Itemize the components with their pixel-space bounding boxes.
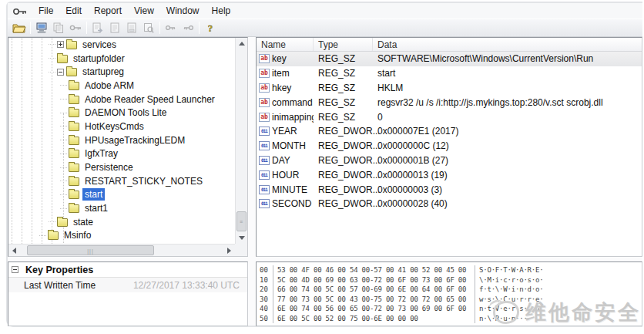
folder-icon: [69, 137, 79, 145]
hex-row: 0053 00 4F 00 46 00 54 00-57 00 41 00 52…: [257, 265, 642, 275]
tree-item-hpusagetrackingledm[interactable]: HPUsageTrackingLEDM: [8, 133, 235, 147]
column-header-name[interactable]: Name: [257, 38, 314, 51]
toolbar-separator: [86, 22, 87, 34]
value-row-item[interactable]: item REG_SZ start: [257, 66, 642, 81]
tree-item-adobe-arm[interactable]: Adobe ARM: [8, 79, 235, 93]
value-row-inimapping[interactable]: inimapping REG_SZ 0: [257, 110, 642, 124]
expand-icon[interactable]: [57, 41, 64, 48]
menu-edit[interactable]: Edit: [59, 4, 88, 18]
string-value-icon: [259, 83, 270, 93]
string-value-icon: [259, 113, 270, 122]
collapse-icon[interactable]: [12, 266, 18, 273]
tree-item-daemon-tools-lite[interactable]: DAEMON Tools Lite: [8, 106, 235, 120]
tree-horizontal-scrollbar[interactable]: |||: [8, 244, 235, 256]
report-alt-button[interactable]: [123, 20, 140, 35]
report-view-button[interactable]: [140, 20, 157, 35]
scroll-left-icon[interactable]: [8, 245, 20, 256]
tree-item-startupreg[interactable]: startupreg: [8, 65, 235, 79]
dword-value-icon: [259, 127, 270, 136]
menu-report[interactable]: Report: [88, 4, 128, 18]
scrollbar-thumb[interactable]: ≡: [236, 211, 247, 231]
dword-value-icon: [259, 185, 270, 194]
svg-text:?: ?: [208, 22, 213, 34]
add-key-button[interactable]: [163, 20, 179, 35]
property-row-last-written-time: Last Written Time 12/27/2017 13:33:40 UT…: [8, 278, 247, 292]
folder-icon: [69, 150, 79, 158]
menu-file[interactable]: File: [32, 4, 59, 18]
folder-icon: [69, 123, 79, 131]
tree-item-start1[interactable]: start1: [8, 201, 235, 215]
folder-icon: [66, 41, 77, 49]
tree-item-persistence[interactable]: Persistence: [8, 160, 235, 174]
string-value-icon: [259, 98, 270, 107]
tree-item-services[interactable]: services: [8, 38, 235, 52]
tree-item-restart-sticky-notes[interactable]: RESTART_STICKY_NOTES: [8, 174, 235, 188]
scroll-up-icon[interactable]: [236, 38, 248, 49]
menu-bar: File Edit Report View Window Help: [8, 3, 642, 19]
tree-item-hotkeyscmds[interactable]: HotKeysCmds: [8, 120, 235, 133]
folder-icon: [57, 218, 68, 227]
key-properties-panel: Key Properties Last Written Time 12/27/2…: [8, 261, 248, 326]
folder-icon: [69, 177, 79, 186]
app-key-icon: [12, 5, 28, 16]
folder-icon: [69, 82, 79, 90]
scroll-down-icon[interactable]: [236, 232, 248, 244]
tree-item-msinfo[interactable]: Msinfo: [8, 229, 235, 243]
dword-value-icon: [259, 170, 270, 180]
registry-viewer-window: File Edit Report View Window Help: [6, 2, 642, 327]
column-header-data[interactable]: Data: [373, 38, 642, 51]
hex-row: 506E 00 5C 00 52 00 75 00-6E 00 00 00n·\…: [257, 314, 642, 324]
scroll-right-icon[interactable]: [223, 245, 235, 256]
value-row-hkey[interactable]: hkey REG_SZ HKLM: [257, 81, 642, 96]
value-row-key[interactable]: key REG_SZ SOFTWARE\Microsoft\Windows\Cu…: [257, 52, 642, 66]
folder-icon: [69, 109, 79, 117]
copy-document-button[interactable]: [50, 20, 67, 35]
report-button[interactable]: [106, 20, 123, 35]
tree-vertical-scrollbar[interactable]: ≡: [235, 38, 247, 244]
toolbar-separator: [199, 22, 200, 34]
folder-icon: [69, 164, 79, 172]
dword-value-icon: [259, 141, 270, 150]
remove-key-button[interactable]: [179, 20, 196, 35]
computer-button[interactable]: [33, 20, 50, 35]
folder-icon: [66, 68, 77, 76]
hex-viewer-panel[interactable]: 0053 00 4F 00 46 00 54 00-57 00 41 00 52…: [256, 261, 642, 326]
key-properties-title: Key Properties: [25, 265, 93, 275]
value-row-year[interactable]: YEAR REG_DWOR... 0x000007E1 (2017): [257, 124, 642, 139]
menu-window[interactable]: Window: [160, 4, 206, 18]
registry-values-panel: Name Type Data key REG_SZ SOFTWARE\Micro…: [256, 37, 642, 257]
string-value-icon: [259, 69, 270, 78]
hex-row: 2066 00 74 00 5C 00 57 00-69 00 6E 00 64…: [257, 285, 642, 295]
tree-item-state[interactable]: state: [8, 215, 235, 229]
tree-item-startupfolder[interactable]: startupfolder: [8, 52, 235, 66]
tree-item-start[interactable]: start: [8, 188, 235, 202]
folder-icon: [69, 191, 79, 199]
folder-icon: [69, 204, 79, 213]
menu-view[interactable]: View: [128, 4, 160, 18]
toolbar-separator: [159, 22, 160, 34]
folder-icon: [48, 231, 59, 240]
key-properties-header: Key Properties: [8, 262, 247, 278]
report-export-button[interactable]: [89, 20, 106, 35]
key-button[interactable]: [67, 20, 84, 35]
dword-value-icon: [259, 156, 270, 165]
open-file-button[interactable]: [11, 20, 28, 35]
value-row-day[interactable]: DAY REG_DWOR... 0x0000001B (27): [257, 154, 642, 168]
hex-row: 3077 00 73 00 5C 00 43 00-75 00 72 00 72…: [257, 295, 642, 305]
help-button[interactable]: ?: [202, 20, 219, 35]
hex-row: 406E 00 74 00 56 00 65 00-72 00 73 00 69…: [257, 304, 642, 314]
folder-icon: [69, 96, 79, 104]
column-header-type[interactable]: Type: [314, 38, 373, 51]
registry-tree[interactable]: services startupfolder startupreg Adobe …: [8, 38, 235, 244]
value-row-command[interactable]: command REG_SZ regsvr32 /u /s /i:http://…: [257, 95, 642, 110]
value-row-second[interactable]: SECOND REG_DWOR... 0x00000028 (40): [257, 197, 642, 211]
tree-item-igfxtray[interactable]: IgfxTray: [8, 147, 235, 161]
menu-help[interactable]: Help: [206, 4, 237, 18]
value-row-minute[interactable]: MINUTE REG_DWOR... 0x00000003 (3): [257, 182, 642, 197]
tree-item-adobe-reader-speed-launcher[interactable]: Adobe Reader Speed Launcher: [8, 93, 235, 106]
values-header: Name Type Data: [257, 38, 642, 52]
scrollbar-thumb[interactable]: |||: [27, 245, 154, 255]
collapse-icon[interactable]: [57, 69, 64, 76]
value-row-month[interactable]: MONTH REG_DWOR... 0x0000000C (12): [257, 139, 642, 154]
value-row-hour[interactable]: HOUR REG_DWOR... 0x00000013 (19): [257, 167, 642, 182]
